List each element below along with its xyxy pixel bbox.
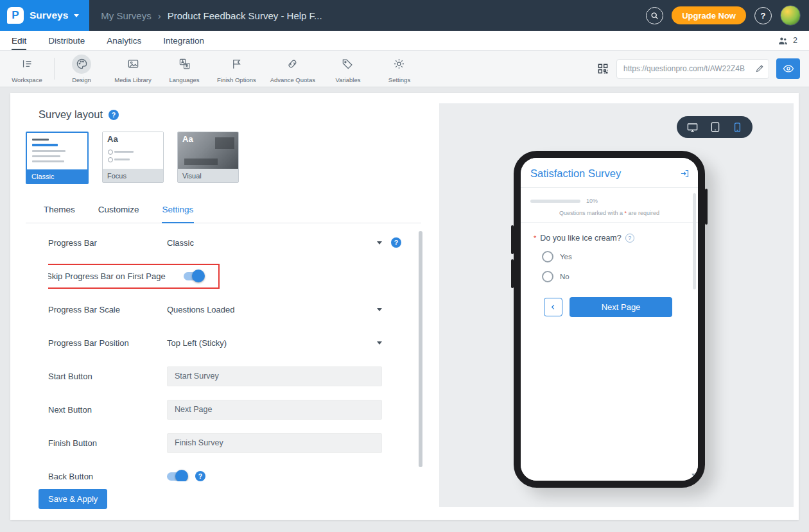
languages-icon [178,58,191,70]
upgrade-now-button[interactable]: Upgrade Now [672,6,746,24]
layout-card-label: Focus [103,169,163,182]
start-button-input[interactable] [167,366,382,386]
app-header: P Surveys My Surveys › Product Feedback … [0,0,809,31]
preview-survey-header: Satisfaction Survey [521,158,698,188]
layout-card-label: Visual [178,169,238,182]
toolbar-item-settings[interactable]: Settings [374,51,425,87]
tab-edit[interactable]: Edit [12,31,26,50]
tab-analytics[interactable]: Analytics [107,31,141,50]
required-note-suffix: are required [629,210,660,216]
focus-thumbnail: Aa [103,132,163,169]
option-label: No [560,273,570,280]
survey-layout-help-icon[interactable]: ? [109,110,119,120]
finish-button-row: Finish Button [48,426,421,459]
back-button-help-icon[interactable]: ? [195,471,205,481]
back-button-row: Back Button ? [48,459,421,481]
tab-settings[interactable]: Settings [162,205,195,223]
question-required-mark: * [534,234,536,242]
preview-scrollbar[interactable] [692,193,697,477]
edit-url-pencil-icon[interactable] [755,64,765,73]
breadcrumb: My Surveys › Product Feedback Survey - H… [101,10,322,21]
visual-thumbnail: Aa [178,132,238,169]
chevron-down-icon [377,241,382,245]
start-button-row: Start Button [48,359,421,393]
radio-icon[interactable] [542,251,553,262]
next-button-input[interactable] [167,400,382,420]
collaborators-icon [778,35,788,46]
progress-bar-help-icon[interactable]: ? [391,237,401,248]
required-star: * [625,210,627,216]
finish-flag-icon [231,58,243,70]
skip-progress-toggle[interactable] [184,272,203,280]
search-button[interactable] [646,7,663,24]
phone-volume-button [511,225,514,254]
qr-code-icon [596,62,609,75]
survey-url-input[interactable] [616,59,769,79]
next-button-row: Next Button [48,393,421,426]
qr-code-button[interactable] [596,62,609,75]
save-apply-button[interactable]: Save & Apply [39,489,107,509]
radio-icon[interactable] [542,271,553,282]
option-yes[interactable]: Yes [542,251,686,262]
layout-card-visual[interactable]: Aa Visual [177,132,239,183]
progress-bar-row: Progress Bar Classic ? [48,226,421,259]
settings-form: Progress Bar Classic ? Skip Progress Bar… [48,226,421,481]
tab-themes[interactable]: Themes [43,205,76,223]
toolbar-item-design[interactable]: Design [56,51,107,87]
toolbar-item-finish-options[interactable]: Finish Options [210,51,263,87]
survey-nav: Edit Distribute Analytics Integration 2 [0,31,809,51]
progress-bar-select[interactable]: Classic [167,238,382,248]
design-palette-icon [76,58,88,70]
toolbar-item-workspace[interactable]: Workspace [1,51,53,87]
settings-scrollbar[interactable] [419,231,422,467]
field-label: Start Button [48,372,167,381]
scroll-down-arrow-icon[interactable] [692,474,697,477]
variables-tag-icon [342,58,354,70]
product-switcher[interactable]: P Surveys [0,0,89,31]
toolbar-right [596,58,800,79]
breadcrumb-my-surveys[interactable]: My Surveys [101,10,151,21]
tab-customize[interactable]: Customize [98,205,140,223]
selected-value: Questions Loaded [167,305,235,314]
settings-gear-icon [393,58,405,70]
preview-next-page-button[interactable]: Next Page [570,297,672,317]
toolbar-item-variables[interactable]: Variables [322,51,374,87]
preview-back-button[interactable] [544,298,562,316]
edit-toolbar: Workspace Design Media Library Languages… [0,51,809,87]
question-help-icon[interactable]: ? [625,234,634,243]
survey-url-field [616,59,769,79]
back-button-toggle[interactable] [167,472,186,481]
tab-integration[interactable]: Integration [163,31,204,50]
user-avatar[interactable] [780,5,801,26]
progress-bar-position-row: Progress Bar Position Top Left (Sticky) [48,326,421,359]
toolbar-item-languages[interactable]: Languages [159,51,210,87]
desktop-preview-button[interactable] [686,121,699,133]
layout-card-focus[interactable]: Aa Focus [102,132,164,183]
mobile-preview-button[interactable] [732,122,743,133]
header-actions: Upgrade Now ? [646,5,809,26]
progress-bar-scale-select[interactable]: Questions Loaded [167,305,382,314]
option-no[interactable]: No [542,271,686,282]
preview-eye-button[interactable] [776,58,800,79]
collaborators[interactable]: 2 [778,31,797,50]
finish-button-input[interactable] [167,433,382,453]
toolbar-item-media-library[interactable]: Media Library [107,51,159,87]
toolbar-item-advance-quotas[interactable]: Advance Quotas [263,51,322,87]
breadcrumb-current-survey[interactable]: Product Feedback Survey - Help F... [168,10,322,21]
tablet-preview-button[interactable] [709,121,721,133]
scrollbar-thumb[interactable] [693,193,696,289]
skip-progress-row: Skip Progress Bar on First Page [48,259,421,293]
toggle-knob [175,470,188,481]
tab-distribute[interactable]: Distribute [48,31,85,50]
preview-area: Satisfaction Survey 10% Questions marked… [439,103,794,507]
help-button[interactable]: ? [754,7,772,24]
toolbar-item-label: Settings [388,76,410,83]
field-label: Finish Button [48,438,167,448]
workspace-icon [21,58,33,70]
preview-progress-percent: 10% [586,198,598,204]
exit-survey-icon[interactable] [680,169,690,178]
search-icon [650,12,659,20]
progress-bar-position-select[interactable]: Top Left (Sticky) [167,338,382,348]
layout-card-classic[interactable]: Classic [26,132,89,184]
option-label: Yes [560,253,572,261]
